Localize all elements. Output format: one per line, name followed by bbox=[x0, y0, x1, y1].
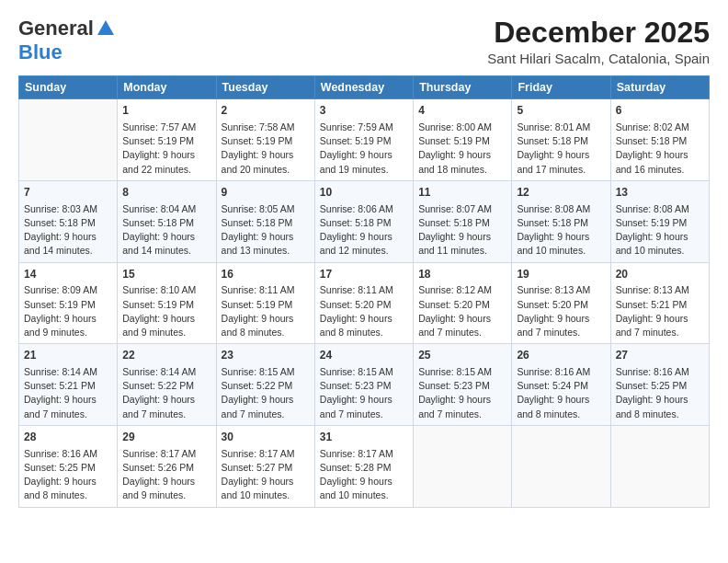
calendar-cell: 16Sunrise: 8:11 AMSunset: 5:19 PMDayligh… bbox=[216, 262, 314, 344]
day-number: 26 bbox=[517, 348, 605, 363]
week-row-3: 14Sunrise: 8:09 AMSunset: 5:19 PMDayligh… bbox=[19, 262, 710, 344]
day-number: 7 bbox=[24, 185, 112, 201]
calendar-cell: 13Sunrise: 8:08 AMSunset: 5:19 PMDayligh… bbox=[610, 180, 709, 262]
col-header-monday: Monday bbox=[118, 76, 216, 99]
day-info: Sunrise: 8:16 AMSunset: 5:25 PMDaylight:… bbox=[616, 365, 704, 421]
day-number: 22 bbox=[122, 348, 210, 363]
day-number: 30 bbox=[222, 430, 310, 445]
calendar-cell: 28Sunrise: 8:16 AMSunset: 5:25 PMDayligh… bbox=[19, 425, 118, 507]
calendar-cell: 30Sunrise: 8:17 AMSunset: 5:27 PMDayligh… bbox=[216, 425, 314, 507]
day-info: Sunrise: 8:17 AMSunset: 5:27 PMDaylight:… bbox=[222, 447, 310, 503]
day-number: 27 bbox=[616, 348, 704, 363]
day-number: 28 bbox=[24, 430, 112, 445]
day-info: Sunrise: 8:08 AMSunset: 5:18 PMDaylight:… bbox=[517, 202, 605, 259]
col-header-saturday: Saturday bbox=[610, 76, 709, 99]
calendar-cell: 14Sunrise: 8:09 AMSunset: 5:19 PMDayligh… bbox=[19, 262, 118, 344]
day-number: 2 bbox=[222, 103, 310, 119]
day-number: 10 bbox=[320, 185, 408, 201]
day-number: 6 bbox=[616, 103, 704, 119]
calendar-cell bbox=[512, 425, 610, 507]
col-header-tuesday: Tuesday bbox=[216, 76, 314, 99]
calendar-cell bbox=[414, 425, 512, 507]
calendar-title: December 2025 bbox=[487, 17, 710, 49]
day-info: Sunrise: 8:04 AMSunset: 5:18 PMDaylight:… bbox=[122, 202, 210, 259]
day-info: Sunrise: 8:02 AMSunset: 5:18 PMDaylight:… bbox=[616, 121, 704, 177]
day-number: 3 bbox=[320, 103, 408, 119]
day-info: Sunrise: 8:14 AMSunset: 5:22 PMDaylight:… bbox=[122, 365, 210, 421]
day-number: 14 bbox=[24, 267, 112, 282]
day-number: 9 bbox=[222, 185, 310, 201]
day-info: Sunrise: 8:00 AMSunset: 5:19 PMDaylight:… bbox=[418, 121, 506, 177]
day-info: Sunrise: 8:15 AMSunset: 5:22 PMDaylight:… bbox=[222, 365, 310, 421]
calendar-cell: 11Sunrise: 8:07 AMSunset: 5:18 PMDayligh… bbox=[414, 180, 512, 262]
day-info: Sunrise: 8:05 AMSunset: 5:18 PMDaylight:… bbox=[222, 202, 310, 259]
day-number: 4 bbox=[418, 103, 506, 119]
day-number: 18 bbox=[418, 267, 506, 282]
logo-blue-text: Blue bbox=[18, 40, 63, 63]
day-info: Sunrise: 8:08 AMSunset: 5:19 PMDaylight:… bbox=[616, 202, 704, 259]
day-info: Sunrise: 8:09 AMSunset: 5:19 PMDaylight:… bbox=[24, 283, 112, 339]
day-info: Sunrise: 8:15 AMSunset: 5:23 PMDaylight:… bbox=[418, 365, 506, 421]
day-info: Sunrise: 7:57 AMSunset: 5:19 PMDaylight:… bbox=[122, 121, 210, 177]
calendar-cell: 10Sunrise: 8:06 AMSunset: 5:18 PMDayligh… bbox=[314, 180, 413, 262]
calendar-cell: 15Sunrise: 8:10 AMSunset: 5:19 PMDayligh… bbox=[118, 262, 216, 344]
page: General Blue December 2025 Sant Hilari S… bbox=[0, 0, 728, 563]
day-number: 11 bbox=[418, 185, 506, 201]
day-info: Sunrise: 8:07 AMSunset: 5:18 PMDaylight:… bbox=[418, 202, 506, 259]
calendar-cell: 6Sunrise: 8:02 AMSunset: 5:18 PMDaylight… bbox=[610, 99, 709, 181]
day-info: Sunrise: 8:06 AMSunset: 5:18 PMDaylight:… bbox=[320, 202, 408, 259]
calendar-cell: 3Sunrise: 7:59 AMSunset: 5:19 PMDaylight… bbox=[314, 99, 413, 181]
calendar-cell: 17Sunrise: 8:11 AMSunset: 5:20 PMDayligh… bbox=[314, 262, 413, 344]
week-row-5: 28Sunrise: 8:16 AMSunset: 5:25 PMDayligh… bbox=[19, 425, 710, 507]
calendar-body: 1Sunrise: 7:57 AMSunset: 5:19 PMDaylight… bbox=[19, 99, 710, 507]
calendar-cell: 5Sunrise: 8:01 AMSunset: 5:18 PMDaylight… bbox=[512, 99, 610, 181]
calendar-header-row: SundayMondayTuesdayWednesdayThursdayFrid… bbox=[19, 76, 710, 99]
calendar-cell: 4Sunrise: 8:00 AMSunset: 5:19 PMDaylight… bbox=[414, 99, 512, 181]
day-info: Sunrise: 7:59 AMSunset: 5:19 PMDaylight:… bbox=[320, 121, 408, 177]
day-number: 23 bbox=[222, 348, 310, 363]
day-number: 21 bbox=[24, 348, 112, 363]
day-info: Sunrise: 8:11 AMSunset: 5:19 PMDaylight:… bbox=[222, 283, 310, 339]
day-info: Sunrise: 8:13 AMSunset: 5:21 PMDaylight:… bbox=[616, 283, 704, 339]
calendar-subtitle: Sant Hilari Sacalm, Catalonia, Spain bbox=[487, 51, 710, 66]
day-info: Sunrise: 8:12 AMSunset: 5:20 PMDaylight:… bbox=[418, 283, 506, 339]
day-info: Sunrise: 8:10 AMSunset: 5:19 PMDaylight:… bbox=[122, 283, 210, 339]
logo-general-text: General bbox=[18, 17, 94, 40]
day-info: Sunrise: 8:17 AMSunset: 5:28 PMDaylight:… bbox=[320, 447, 408, 503]
day-number: 12 bbox=[517, 185, 605, 201]
day-info: Sunrise: 8:16 AMSunset: 5:24 PMDaylight:… bbox=[517, 365, 605, 421]
svg-marker-0 bbox=[97, 20, 114, 35]
week-row-1: 1Sunrise: 7:57 AMSunset: 5:19 PMDaylight… bbox=[19, 99, 710, 181]
calendar-cell: 22Sunrise: 8:14 AMSunset: 5:22 PMDayligh… bbox=[118, 344, 216, 426]
calendar-cell: 20Sunrise: 8:13 AMSunset: 5:21 PMDayligh… bbox=[610, 262, 709, 344]
week-row-4: 21Sunrise: 8:14 AMSunset: 5:21 PMDayligh… bbox=[19, 344, 710, 426]
day-number: 15 bbox=[122, 267, 210, 282]
calendar-cell: 27Sunrise: 8:16 AMSunset: 5:25 PMDayligh… bbox=[610, 344, 709, 426]
calendar-table: SundayMondayTuesdayWednesdayThursdayFrid… bbox=[18, 75, 710, 507]
title-block: December 2025 Sant Hilari Sacalm, Catalo… bbox=[487, 17, 710, 66]
calendar-cell: 8Sunrise: 8:04 AMSunset: 5:18 PMDaylight… bbox=[118, 180, 216, 262]
calendar-cell: 29Sunrise: 8:17 AMSunset: 5:26 PMDayligh… bbox=[118, 425, 216, 507]
day-info: Sunrise: 8:13 AMSunset: 5:20 PMDaylight:… bbox=[517, 283, 605, 339]
calendar-cell: 23Sunrise: 8:15 AMSunset: 5:22 PMDayligh… bbox=[216, 344, 314, 426]
day-number: 17 bbox=[320, 267, 408, 282]
calendar-cell bbox=[610, 425, 709, 507]
day-number: 1 bbox=[122, 103, 210, 119]
day-number: 13 bbox=[616, 185, 704, 201]
day-number: 16 bbox=[222, 267, 310, 282]
day-number: 5 bbox=[517, 103, 605, 119]
day-number: 20 bbox=[616, 267, 704, 282]
day-info: Sunrise: 8:01 AMSunset: 5:18 PMDaylight:… bbox=[517, 121, 605, 177]
calendar-cell: 31Sunrise: 8:17 AMSunset: 5:28 PMDayligh… bbox=[314, 425, 413, 507]
day-number: 31 bbox=[320, 430, 408, 445]
calendar-cell: 24Sunrise: 8:15 AMSunset: 5:23 PMDayligh… bbox=[314, 344, 413, 426]
calendar-cell: 2Sunrise: 7:58 AMSunset: 5:19 PMDaylight… bbox=[216, 99, 314, 181]
col-header-thursday: Thursday bbox=[414, 76, 512, 99]
header: General Blue December 2025 Sant Hilari S… bbox=[18, 17, 710, 66]
calendar-cell: 25Sunrise: 8:15 AMSunset: 5:23 PMDayligh… bbox=[414, 344, 512, 426]
day-number: 25 bbox=[418, 348, 506, 363]
calendar-cell bbox=[19, 99, 118, 181]
day-info: Sunrise: 7:58 AMSunset: 5:19 PMDaylight:… bbox=[222, 121, 310, 177]
day-info: Sunrise: 8:14 AMSunset: 5:21 PMDaylight:… bbox=[24, 365, 112, 421]
day-info: Sunrise: 8:16 AMSunset: 5:25 PMDaylight:… bbox=[24, 447, 112, 503]
